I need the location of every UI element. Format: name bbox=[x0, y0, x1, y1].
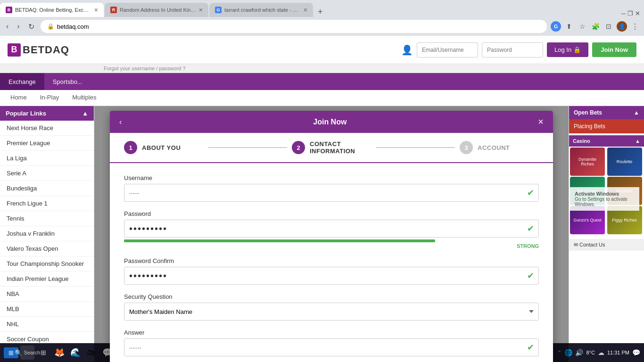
sidebar-item-nba[interactable]: NBA bbox=[0, 287, 94, 302]
restore-icon[interactable]: ❐ bbox=[627, 10, 633, 17]
address-bar[interactable]: 🔒 betdaq.com bbox=[41, 20, 547, 33]
task-view-icon[interactable]: ⊞ bbox=[36, 346, 50, 360]
tab-favicon-betdaq: B bbox=[6, 7, 12, 13]
menu-icon[interactable]: ⋮ bbox=[630, 21, 640, 32]
taskbar-firefox[interactable]: 🦊 bbox=[52, 346, 66, 360]
minimize-icon[interactable]: ─ bbox=[621, 10, 626, 17]
activate-title: Activate Windows bbox=[575, 191, 634, 197]
tab-close-betdaq[interactable]: × bbox=[94, 6, 98, 14]
new-tab-button[interactable]: + bbox=[314, 7, 327, 17]
profile-icon[interactable]: 👤 bbox=[617, 21, 627, 32]
tab-bar: B BETDAQ: Online Betting, Exchang... × R… bbox=[0, 0, 644, 17]
sidebar-item-la-liga[interactable]: La Liga bbox=[0, 151, 94, 166]
sidebar-item-valero[interactable]: Valero Texas Open bbox=[0, 241, 94, 256]
password-group: Password ✔ STRONG bbox=[124, 210, 539, 249]
sidebar-collapse-icon[interactable]: ▲ bbox=[82, 110, 88, 117]
step-3-circle: 3 bbox=[460, 141, 473, 154]
time-display: 11:31 PM bbox=[607, 350, 629, 355]
sidebar-item-mlb[interactable]: MLB bbox=[0, 302, 94, 317]
password-input[interactable] bbox=[482, 42, 543, 58]
star-icon[interactable]: ☆ bbox=[577, 21, 587, 32]
login-button[interactable]: Log In 🔒 bbox=[547, 42, 588, 57]
activate-sub: Go to Settings to activate Windows. bbox=[575, 197, 634, 207]
refresh-button[interactable]: ↻ bbox=[26, 21, 37, 32]
sidebar-item-ipl[interactable]: Indian Premier League bbox=[0, 272, 94, 287]
step-3-label: ACCOUNT bbox=[478, 144, 510, 151]
game-thumb-1[interactable]: Dynamite Riches bbox=[570, 148, 605, 176]
join-modal: ‹ Join Now × 1 ABOUT YOU 2 CONTACT bbox=[110, 111, 553, 362]
sidebar-item-tour-championship[interactable]: Tour Championship Snooker bbox=[0, 256, 94, 272]
extensions-icon[interactable]: 🧩 bbox=[590, 21, 601, 32]
share-icon[interactable]: ⬆ bbox=[564, 21, 574, 32]
search-icon: 🔍 bbox=[15, 349, 22, 356]
tab-close-google[interactable]: × bbox=[304, 6, 307, 14]
strength-label: STRONG bbox=[124, 243, 539, 249]
nav-sportsbook[interactable]: Sportsbo... bbox=[44, 73, 91, 90]
step-divider-1 bbox=[208, 147, 287, 148]
username-group: Username ✔ bbox=[124, 174, 539, 202]
close-window-icon[interactable]: ✕ bbox=[635, 10, 640, 17]
join-now-button[interactable]: Join Now bbox=[592, 42, 636, 57]
step-1: 1 ABOUT YOU bbox=[124, 141, 203, 154]
forward-button[interactable]: › bbox=[15, 21, 22, 32]
sidebar-item-next-horse-race[interactable]: Next Horse Race bbox=[0, 121, 94, 136]
notification-icon[interactable]: 💬 bbox=[632, 349, 640, 356]
sidebar-toggle-icon[interactable]: ⊡ bbox=[603, 21, 614, 32]
security-question-select[interactable]: Mother's Maiden Name Father's Middle Nam… bbox=[124, 303, 539, 321]
taskbar-sys-tray: ⌃ 🌐 🔊 8°C ☁ 11:31 PM 💬 bbox=[557, 349, 640, 356]
contact-us-link[interactable]: ✉ Contact Us bbox=[569, 239, 644, 251]
google-icon[interactable]: G bbox=[551, 21, 561, 32]
back-button[interactable]: ‹ bbox=[4, 21, 11, 32]
games-collapse-icon[interactable]: ▲ bbox=[635, 138, 640, 144]
placing-bets-button[interactable]: Placing Bets bbox=[569, 119, 644, 133]
open-bets-collapse-icon[interactable]: ▲ bbox=[634, 109, 639, 116]
tab-favicon-random: R bbox=[110, 7, 117, 13]
sidebar-title: Popular Links bbox=[6, 110, 46, 117]
modal-close-button[interactable]: × bbox=[538, 116, 544, 127]
modal-steps: 1 ABOUT YOU 2 CONTACT INFORMATION 3 ACCO… bbox=[110, 133, 553, 163]
password-confirm-field[interactable] bbox=[124, 267, 539, 285]
tab-close-random[interactable]: × bbox=[199, 6, 203, 14]
browser-icons: G ⬆ ☆ 🧩 ⊡ 👤 ⋮ bbox=[551, 21, 640, 32]
address-input[interactable]: betdaq.com bbox=[57, 23, 540, 30]
header-auth: 👤 Log In 🔒 Join Now bbox=[401, 42, 636, 58]
password-check-icon: ✔ bbox=[527, 223, 534, 234]
search-taskbar[interactable]: 🔍 Search bbox=[20, 346, 34, 360]
step-2-circle: 2 bbox=[292, 141, 305, 154]
sidebar-item-joshua[interactable]: Joshua v Franklin bbox=[0, 226, 94, 241]
email-input[interactable] bbox=[417, 42, 478, 58]
weather-icon: ☁ bbox=[598, 349, 604, 356]
address-bar-row: ‹ › ↻ 🔒 betdaq.com G ⬆ ☆ 🧩 ⊡ 👤 ⋮ bbox=[0, 17, 644, 36]
sidebar-item-tennis[interactable]: Tennis bbox=[0, 211, 94, 226]
sidebar-item-serie-a[interactable]: Serie A bbox=[0, 166, 94, 181]
tab-google[interactable]: G tarrant crawford which state - G... × bbox=[209, 3, 313, 17]
betdaq-logo: B BETDAQ bbox=[8, 43, 69, 57]
right-panel: Open Bets ▲ Placing Bets Casino ▲ Dynami… bbox=[569, 106, 644, 362]
sidebar-item-nhl[interactable]: NHL bbox=[0, 317, 94, 332]
person-icon: 👤 bbox=[401, 44, 413, 56]
sub-nav-inplay[interactable]: In-Play bbox=[33, 90, 66, 106]
time: 11:31 PM bbox=[607, 350, 629, 355]
password-confirm-group: Password Confirm ✔ bbox=[124, 257, 539, 285]
sub-nav-home[interactable]: Home bbox=[4, 90, 33, 106]
forgot-text[interactable]: Forgot your username / password ? bbox=[104, 66, 186, 71]
game-thumb-2[interactable]: Roulette bbox=[607, 148, 642, 176]
tab-random[interactable]: R Random Address In United King... × bbox=[105, 3, 208, 17]
username-field[interactable] bbox=[124, 184, 539, 202]
taskbar-edge[interactable]: 🌊 bbox=[68, 346, 83, 360]
step-2-label: CONTACT INFORMATION bbox=[310, 140, 371, 155]
sidebar-item-bundesliga[interactable]: Bundesliga bbox=[0, 181, 94, 196]
tab-betdaq[interactable]: B BETDAQ: Online Betting, Exchang... × bbox=[0, 3, 104, 17]
security-question-group: Security Question Mother's Maiden Name F… bbox=[124, 293, 539, 321]
tab-title-random: Random Address In United King... bbox=[120, 7, 196, 13]
password-field[interactable] bbox=[124, 220, 539, 238]
sub-nav-multiples[interactable]: Multiples bbox=[66, 90, 103, 106]
sidebar-item-french-ligue[interactable]: French Ligue 1 bbox=[0, 196, 94, 211]
answer-field[interactable] bbox=[124, 338, 539, 356]
username-label: Username bbox=[124, 174, 539, 181]
nav-exchange[interactable]: Exchange bbox=[0, 73, 44, 90]
join-label: Join Now bbox=[601, 46, 628, 53]
modal-back-button[interactable]: ‹ bbox=[119, 118, 122, 126]
tab-favicon-google: G bbox=[215, 7, 222, 13]
sidebar-item-premier-league[interactable]: Premier League bbox=[0, 136, 94, 151]
